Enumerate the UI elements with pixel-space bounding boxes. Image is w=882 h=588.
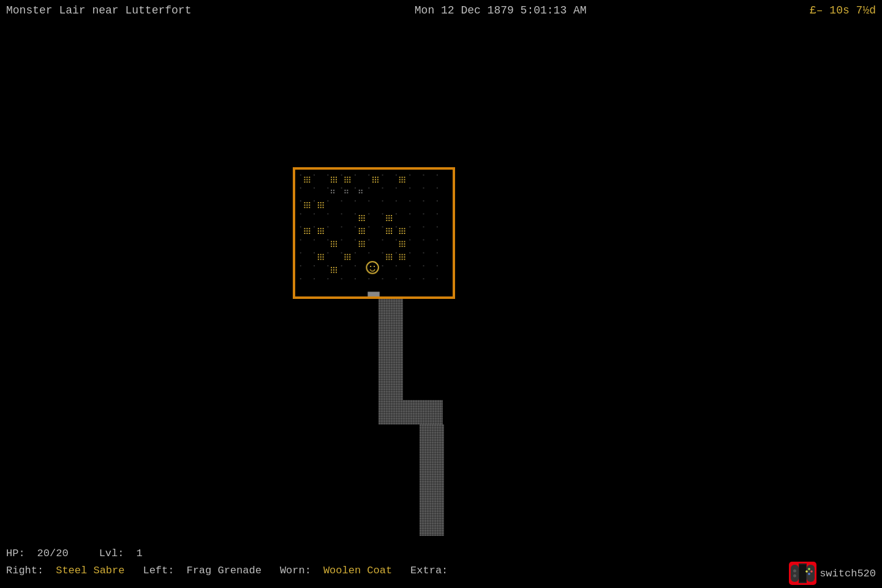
dungeon-room — [293, 167, 455, 299]
svg-rect-4 — [799, 565, 806, 582]
extra-label: Extra: — [410, 562, 448, 579]
svg-point-9 — [808, 573, 810, 575]
switch-text: switch520 — [820, 568, 876, 579]
svg-point-10 — [805, 570, 808, 573]
switch-logo-icon — [789, 562, 816, 585]
bottom-status-bar: HP: 20/20 Lvl: 1 Right: Steel Sabre Left… — [0, 536, 882, 588]
room-canvas — [295, 170, 453, 296]
status-line-2: Right: Steel Sabre Left: Frag Grenade Wo… — [6, 562, 876, 579]
datetime-text: Mon 12 Dec 1879 5:01:13 AM — [191, 4, 810, 17]
right-value: Steel Sabre — [56, 562, 124, 579]
switch-badge: switch520 — [789, 562, 876, 585]
left-value: Frag Grenade — [186, 562, 261, 579]
svg-point-7 — [808, 568, 810, 570]
svg-rect-1 — [791, 565, 799, 582]
left-label: Left: — [143, 562, 174, 579]
corridor-vertical — [379, 299, 403, 412]
svg-point-6 — [793, 575, 796, 578]
svg-point-5 — [793, 570, 796, 573]
hp-value: 20/20 — [37, 545, 69, 562]
currency-text: £– 10s 7½d — [810, 4, 876, 17]
status-line-1: HP: 20/20 Lvl: 1 — [6, 545, 876, 562]
corridor-turn — [379, 400, 443, 424]
location-text: Monster Lair near Lutterfort — [6, 4, 191, 17]
game-area — [0, 20, 882, 556]
lvl-label: Lvl: — [99, 545, 124, 562]
worn-value: Woolen Coat — [323, 562, 392, 579]
svg-point-8 — [810, 570, 813, 573]
svg-rect-2 — [807, 565, 815, 582]
right-label: Right: — [6, 562, 43, 579]
worn-label: Worn: — [280, 562, 311, 579]
lvl-value: 1 — [136, 545, 142, 562]
hp-label: HP: — [6, 545, 25, 562]
top-status-bar: Monster Lair near Lutterfort Mon 12 Dec … — [0, 0, 882, 20]
